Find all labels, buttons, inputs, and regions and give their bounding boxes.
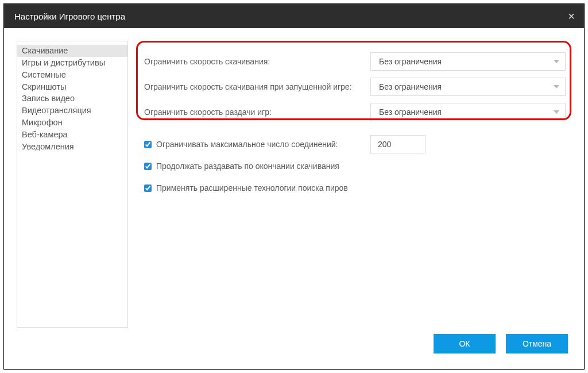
sidebar-item-label: Видеотрансляция — [22, 106, 91, 115]
cancel-button[interactable]: Отмена — [506, 334, 568, 353]
limit-download-ingame-select[interactable]: Без ограничения — [370, 78, 566, 96]
sidebar-item-microphone[interactable]: Микрофон — [17, 117, 127, 129]
limit-upload-label: Ограничить скорость раздачи игр: — [142, 107, 370, 117]
sidebar-item-video-record[interactable]: Запись видео — [17, 93, 127, 105]
sidebar-item-screenshots[interactable]: Скриншоты — [17, 81, 127, 93]
row-limit-download: Ограничить скорость скачивания: Без огра… — [142, 49, 566, 74]
sidebar-item-notifications[interactable]: Уведомления — [17, 141, 127, 153]
select-value: Без ограничения — [379, 57, 442, 66]
ext-peers-label: Применять расширенные технологии поиска … — [156, 183, 348, 193]
sidebar-item-label: Уведомления — [22, 142, 74, 151]
sidebar-item-system[interactable]: Системные — [17, 69, 127, 81]
limit-upload-select[interactable]: Без ограничения — [370, 103, 566, 121]
limit-download-ingame-label: Ограничить скорость скачивания при запущ… — [142, 82, 370, 91]
chevron-down-icon — [554, 110, 559, 114]
max-connections-checkbox[interactable] — [144, 141, 152, 148]
titlebar: Настройки Игрового центра × — [4, 4, 584, 28]
row-continue-seed: Продолжать раздавать по окончании скачив… — [142, 157, 566, 175]
limit-download-select[interactable]: Без ограничения — [370, 52, 566, 71]
sidebar-item-download[interactable]: Скачивание — [17, 45, 127, 57]
max-connections-label: Ограничивать максимальное число соединен… — [156, 140, 338, 149]
sidebar-item-label: Микрофон — [22, 118, 63, 127]
sidebar-item-label: Скриншоты — [22, 82, 66, 91]
sidebar-item-games[interactable]: Игры и дистрибутивы — [17, 57, 127, 69]
columns: Скачивание Игры и дистрибутивы Системные… — [17, 41, 571, 328]
settings-window: Настройки Игрового центра × Скачивание И… — [3, 3, 585, 370]
row-max-connections: Ограничивать максимальное число соединен… — [142, 135, 566, 153]
row-limit-upload: Ограничить скорость раздачи игр: Без огр… — [142, 99, 566, 125]
select-value: Без ограничения — [379, 107, 442, 117]
ok-button[interactable]: ОК — [434, 334, 496, 353]
sidebar: Скачивание Игры и дистрибутивы Системные… — [17, 41, 128, 328]
ext-peers-checkbox[interactable] — [144, 184, 152, 192]
sidebar-item-label: Игры и дистрибутивы — [22, 58, 105, 67]
window-body: Скачивание Игры и дистрибутивы Системные… — [4, 28, 584, 369]
select-value: Без ограничения — [379, 82, 442, 91]
close-icon[interactable]: × — [568, 10, 575, 22]
window-title: Настройки Игрового центра — [14, 11, 125, 21]
sidebar-item-label: Запись видео — [22, 94, 75, 103]
chevron-down-icon — [554, 85, 559, 89]
continue-seed-label: Продолжать раздавать по окончании скачив… — [156, 161, 339, 171]
continue-seed-checkbox[interactable] — [144, 163, 152, 170]
sidebar-item-streaming[interactable]: Видеотрансляция — [17, 105, 127, 117]
settings-rows: Ограничить скорость скачивания: Без огра… — [136, 43, 571, 197]
sidebar-item-label: Системные — [22, 70, 66, 79]
chevron-down-icon — [554, 60, 559, 63]
sidebar-item-webcam[interactable]: Веб-камера — [17, 129, 127, 141]
content-panel: Ограничить скорость скачивания: Без огра… — [136, 41, 571, 328]
limit-download-label: Ограничить скорость скачивания: — [142, 57, 370, 66]
row-limit-download-ingame: Ограничить скорость скачивания при запущ… — [142, 74, 566, 99]
sidebar-item-label: Скачивание — [22, 46, 68, 55]
row-ext-peers: Применять расширенные технологии поиска … — [142, 179, 566, 197]
sidebar-item-label: Веб-камера — [22, 130, 68, 139]
footer: ОК Отмена — [17, 328, 571, 360]
max-connections-input[interactable] — [370, 135, 425, 153]
